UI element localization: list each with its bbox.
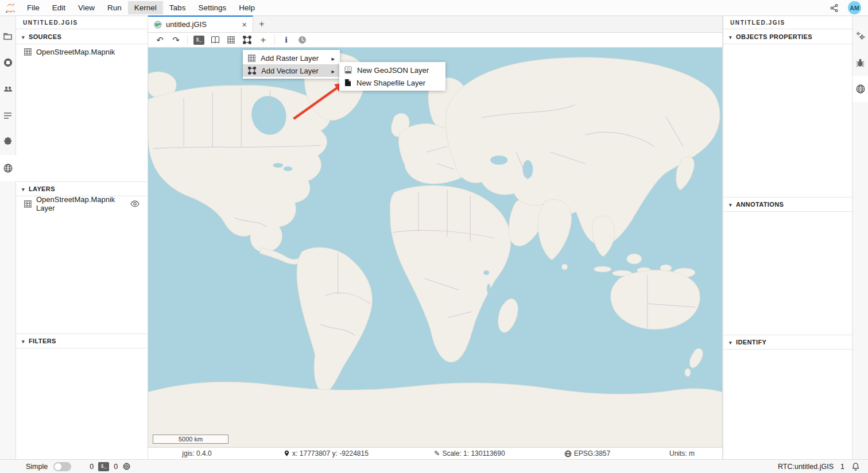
- toolbar-divider: [274, 35, 275, 45]
- vector-square-icon: [248, 67, 256, 75]
- right-panel: UNTITLED.JGIS OBJECTS PROPERTIES ANNOTAT…: [723, 16, 852, 459]
- new-vector-layer-button[interactable]: [240, 34, 254, 46]
- caret-down-icon: [729, 201, 732, 208]
- annotations-body: [723, 212, 852, 335]
- jgis-right-panel-icon[interactable]: [852, 76, 868, 102]
- terminal-icon: [98, 462, 109, 471]
- identify-header[interactable]: IDENTIFY: [723, 335, 852, 350]
- extensions-icon[interactable]: [0, 129, 16, 155]
- right-activity-bar: [852, 16, 868, 459]
- menu-file[interactable]: File: [21, 1, 46, 14]
- sources-section-header[interactable]: SOURCES: [16, 29, 148, 44]
- kernels-count[interactable]: 0: [114, 463, 118, 471]
- raster-grid-icon: [248, 55, 255, 62]
- console-button[interactable]: [192, 34, 206, 46]
- kernel-chip-icon: [122, 462, 131, 471]
- menu-item-label: Add Vector Layer: [261, 67, 326, 75]
- identify-body: [723, 350, 852, 459]
- console-icon: [193, 36, 204, 45]
- rtc-status[interactable]: RTC:untitled.jGIS: [778, 463, 834, 471]
- tab-untitled-jgis[interactable]: untitled.jGIS: [148, 15, 253, 32]
- new-raster-layer-button[interactable]: [224, 34, 238, 46]
- map-scale-value[interactable]: Scale: 1: 130113690: [442, 449, 505, 458]
- redo-button[interactable]: [169, 34, 183, 46]
- filters-section-header[interactable]: FILTERS: [16, 334, 148, 348]
- close-icon[interactable]: [242, 20, 247, 29]
- tab-bar: untitled.jGIS: [148, 16, 722, 33]
- layers-section-header[interactable]: LAYERS: [16, 181, 148, 196]
- temporal-controller-button[interactable]: [295, 34, 309, 46]
- raster-layer-icon: [24, 200, 32, 208]
- annotations-header[interactable]: ANNOTATIONS: [723, 197, 852, 212]
- running-kernels-icon[interactable]: [0, 49, 16, 76]
- map-scale-bar: 5000 km: [153, 435, 228, 444]
- layer-item-label: OpenStreetMap.Mapnik Layer: [36, 195, 121, 212]
- undo-button[interactable]: [153, 34, 167, 46]
- objects-properties-body: [723, 44, 852, 197]
- map-canvas[interactable]: 5000 km: [148, 48, 722, 447]
- table-of-contents-icon[interactable]: [0, 102, 16, 129]
- open-symbology-button[interactable]: [208, 34, 222, 46]
- new-tab-button[interactable]: [253, 16, 270, 32]
- menu-item-add-vector-layer[interactable]: Add Vector Layer: [243, 64, 340, 77]
- menu-run[interactable]: Run: [101, 1, 128, 14]
- left-activity-bar: [0, 16, 16, 459]
- globe-icon: [564, 450, 572, 458]
- left-panel: UNTITLED.JGIS SOURCES OpenStreetMap.Mapn…: [16, 16, 148, 459]
- geojson-file-icon: [344, 66, 352, 74]
- tab-label: untitled.jGIS: [166, 20, 207, 29]
- source-item[interactable]: OpenStreetMap.Mapnik: [16, 44, 148, 59]
- submenu-arrow-icon: [331, 67, 335, 75]
- menu-kernel[interactable]: Kernel: [128, 1, 163, 14]
- jgis-file-icon: [154, 21, 162, 29]
- map-crs[interactable]: EPSG:3857: [574, 449, 610, 458]
- menu-help[interactable]: Help: [232, 1, 261, 14]
- menu-item-add-raster-layer[interactable]: Add Raster Layer: [243, 52, 340, 64]
- cursor-coordinates: x: 17773807 y: -9224815: [292, 449, 369, 458]
- property-inspector-icon[interactable]: [852, 23, 868, 49]
- right-panel-title: UNTITLED.JGIS: [723, 16, 852, 29]
- layer-item[interactable]: OpenStreetMap.Mapnik Layer: [16, 196, 148, 211]
- menu-item-label: New Shapefile Layer: [356, 79, 440, 87]
- sources-header-label: SOURCES: [29, 33, 61, 40]
- share-icon[interactable]: [830, 3, 839, 13]
- menu-tabs[interactable]: Tabs: [163, 1, 192, 14]
- source-item-label: OpenStreetMap.Mapnik: [36, 48, 115, 56]
- sources-body: [16, 59, 148, 181]
- layers-header-label: LAYERS: [29, 185, 55, 192]
- menu-view[interactable]: View: [72, 1, 101, 14]
- identify-button[interactable]: [279, 34, 293, 46]
- eye-icon[interactable]: [130, 200, 140, 207]
- jgis-panel-icon[interactable]: [0, 155, 16, 181]
- objects-properties-label: OBJECTS PROPERTIES: [736, 33, 812, 40]
- collaboration-icon[interactable]: [0, 76, 16, 102]
- map-status-bar: jgis: 0.4.0 x: 17773807 y: -9224815 Scal…: [148, 447, 722, 459]
- filters-header-label: FILTERS: [29, 338, 56, 344]
- bell-icon[interactable]: [851, 462, 860, 471]
- caret-down-icon: [729, 339, 732, 346]
- add-layer-button[interactable]: +: [256, 34, 270, 46]
- file-browser-icon[interactable]: [0, 23, 16, 49]
- map-toolbar: +: [148, 33, 722, 48]
- notifications-count[interactable]: 1: [840, 463, 844, 471]
- location-pin-icon: [284, 450, 290, 458]
- filters-body: [16, 348, 148, 459]
- status-bar: Simple 0 0 RTC:untitled.jGIS 1: [0, 459, 868, 473]
- raster-grid-icon: [227, 36, 235, 44]
- vector-layer-submenu: New GeoJSON Layer New Shapefile Layer: [339, 62, 445, 91]
- scale-bar-label: 5000 km: [179, 436, 203, 443]
- user-avatar[interactable]: AM: [848, 1, 861, 14]
- objects-properties-header[interactable]: OBJECTS PROPERTIES: [723, 29, 852, 44]
- menu-item-label: New GeoJSON Layer: [357, 66, 440, 75]
- menu-edit[interactable]: Edit: [46, 1, 72, 14]
- debugger-icon[interactable]: [852, 49, 868, 76]
- caret-down-icon: [22, 33, 25, 40]
- left-panel-title: UNTITLED.JGIS: [16, 16, 148, 29]
- main-area: untitled.jGIS +: [148, 16, 723, 459]
- jgis-version: jgis: 0.4.0: [148, 449, 246, 458]
- simple-mode-toggle[interactable]: [53, 462, 71, 471]
- menu-item-new-shapefile-layer[interactable]: New Shapefile Layer: [339, 76, 445, 89]
- menu-settings[interactable]: Settings: [192, 1, 232, 14]
- terminals-count[interactable]: 0: [90, 463, 94, 471]
- menu-item-new-geojson-layer[interactable]: New GeoJSON Layer: [339, 64, 445, 76]
